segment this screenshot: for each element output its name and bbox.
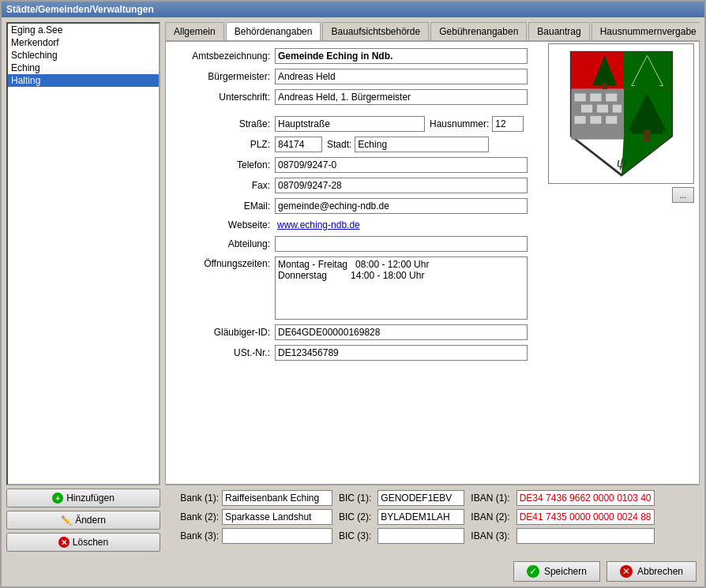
bic2-label: BIC (2): (339, 511, 371, 522)
abteilung-row: Abteilung: (172, 236, 693, 252)
svg-rect-8 (606, 94, 617, 102)
coat-of-arms-image: ψ (548, 43, 694, 184)
add-button[interactable]: + Hinzufügen (6, 489, 160, 507)
svg-rect-12 (574, 116, 585, 124)
bic2-input[interactable] (377, 509, 464, 525)
abteilung-label: Abteilung: (172, 238, 275, 249)
right-panel: Allgemein Behördenangaben Bauaufsichtsbe… (165, 22, 700, 552)
bank2-name-input[interactable] (222, 509, 332, 525)
tab-bauantrag[interactable]: Bauantrag (528, 22, 589, 40)
svg-rect-6 (574, 94, 585, 102)
pencil-icon: ✏️ (61, 515, 72, 526)
left-panel: Eging a.See Merkendorf Schleching Eching… (6, 22, 160, 552)
amtsbezeichnung-label: Amtsbezeichnung: (172, 51, 275, 62)
save-button[interactable]: ✓ Speichern (513, 561, 600, 582)
list-item-eching[interactable]: Eching (8, 62, 159, 74)
coat-svg: ψ (558, 47, 685, 181)
iban3-input[interactable] (516, 528, 655, 544)
bic3-input[interactable] (377, 528, 464, 544)
telefon-label: Telefon: (172, 159, 275, 170)
bank2-label: Bank (2): (171, 511, 219, 522)
image-browse-button[interactable]: ... (672, 187, 694, 203)
tab-content: ψ ... Amtsbezeichnung: Bürgermeister: (165, 41, 700, 485)
bank3-row: Bank (3): BIC (3): IBAN (3): (171, 528, 693, 544)
add-icon: + (52, 492, 63, 504)
title-bar: Städte/Gemeinden/Verwaltungen (2, 2, 704, 17)
tab-hausnummer[interactable]: Hausnummernvergabe (591, 22, 700, 40)
footer: ✓ Speichern ✕ Abbrechen (2, 556, 704, 586)
bic1-input[interactable] (377, 490, 464, 506)
stadt-label: Stadt: (327, 139, 351, 150)
stadt-input[interactable] (355, 137, 489, 152)
telefon-input[interactable] (275, 157, 528, 173)
save-label: Speichern (544, 566, 587, 577)
iban1-input[interactable] (516, 490, 655, 506)
add-label: Hinzufügen (66, 492, 115, 504)
svg-rect-18 (644, 130, 651, 141)
tab-gebuehren[interactable]: Gebührenangaben (430, 22, 527, 40)
bic3-label: BIC (3): (339, 530, 371, 541)
buergermeister-label: Bürgermeister: (172, 71, 275, 82)
tab-allgemein[interactable]: Allgemein (165, 22, 224, 40)
svg-rect-10 (596, 105, 607, 113)
webseite-link[interactable]: www.eching-ndb.de (275, 219, 362, 231)
oeffnungszeiten-input[interactable]: Montag - Freitag 08:00 - 12:00 Uhr Donne… (275, 257, 528, 320)
cancel-icon: ✕ (620, 565, 633, 578)
plz-input[interactable] (275, 137, 322, 152)
fax-label: Fax: (172, 180, 275, 191)
ust-input[interactable] (275, 345, 528, 361)
buergermeister-input[interactable] (275, 69, 528, 84)
iban3-label: IBAN (3): (471, 530, 509, 541)
hausnummer-label: Hausnummer: (430, 118, 489, 129)
iban2-input[interactable] (516, 509, 655, 525)
glaeubiger-row: Gläubiger-ID: (172, 324, 693, 340)
list-item-halting[interactable]: Halting (8, 74, 159, 87)
delete-label: Löschen (73, 537, 108, 548)
tab-bauaufsicht[interactable]: Bauaufsichtsbehörde (322, 22, 429, 40)
iban1-label: IBAN (1): (471, 492, 509, 504)
main-window: Städte/Gemeinden/Verwaltungen Eging a.Se… (0, 0, 706, 588)
svg-rect-9 (581, 105, 592, 113)
glaeubiger-label: Gläubiger-ID: (172, 327, 275, 338)
bic1-label: BIC (1): (339, 492, 371, 504)
edit-button[interactable]: ✏️ Ändern (6, 511, 160, 530)
email-input[interactable] (275, 198, 528, 214)
svg-text:ψ: ψ (616, 155, 625, 170)
delete-button[interactable]: ✕ Löschen (6, 533, 160, 552)
ust-label: USt.-Nr.: (172, 347, 275, 358)
bank1-row: Bank (1): BIC (1): IBAN (1): (171, 490, 693, 506)
strasse-label: Straße: (172, 118, 275, 129)
svg-rect-14 (606, 116, 617, 124)
abteilung-input[interactable] (275, 236, 528, 252)
cancel-button[interactable]: ✕ Abbrechen (606, 561, 697, 582)
tab-behoerdenangaben[interactable]: Behördenangaben (226, 22, 321, 41)
unterschrift-label: Unterschrift: (172, 92, 275, 103)
fax-input[interactable] (275, 178, 528, 193)
bank3-label: Bank (3): (171, 530, 219, 541)
oeffnungszeiten-label: Öffnungszeiten: (172, 257, 275, 269)
svg-rect-7 (590, 94, 601, 102)
strasse-input[interactable] (275, 116, 425, 132)
bank3-name-input[interactable] (222, 528, 332, 544)
svg-rect-11 (612, 105, 621, 113)
list-item-schleching[interactable]: Schleching (8, 49, 159, 62)
list-item-eging[interactable]: Eging a.See (8, 24, 159, 36)
hausnummer-input[interactable] (492, 116, 524, 132)
bank1-name-input[interactable] (222, 490, 332, 506)
iban2-label: IBAN (2): (471, 511, 509, 522)
amtsbezeichnung-input[interactable] (275, 48, 528, 64)
left-action-buttons: + Hinzufügen ✏️ Ändern ✕ Löschen (6, 489, 160, 552)
svg-rect-13 (590, 116, 601, 124)
edit-label: Ändern (75, 515, 106, 526)
plz-label: PLZ: (172, 139, 275, 150)
list-item-merkendorf[interactable]: Merkendorf (8, 36, 159, 49)
bank-section: Bank (1): BIC (1): IBAN (1): Bank (2): B… (165, 485, 700, 552)
bank2-row: Bank (2): BIC (2): IBAN (2): (171, 509, 693, 525)
glaeubiger-input[interactable] (275, 324, 528, 340)
delete-icon: ✕ (58, 537, 69, 548)
unterschrift-input[interactable] (275, 89, 528, 105)
municipality-list[interactable]: Eging a.See Merkendorf Schleching Eching… (6, 22, 160, 485)
save-icon: ✓ (527, 565, 539, 578)
webseite-label: Webseite: (172, 219, 275, 230)
bank1-label: Bank (1): (171, 492, 219, 504)
